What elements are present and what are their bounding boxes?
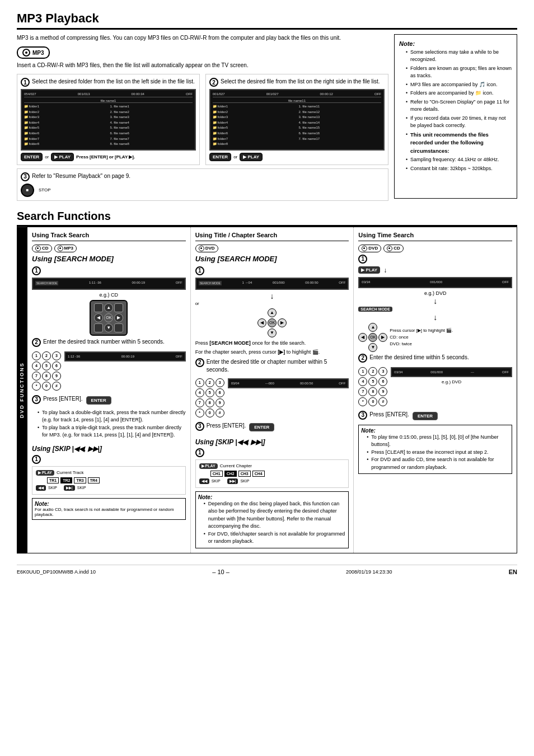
- chapter-skip-note: Note: Depending on the disc being played…: [195, 491, 349, 548]
- stop-btn: ■: [21, 184, 34, 197]
- time-search-col: Using Time Search DVD CD 1: [354, 227, 517, 553]
- nav-control-ch: ▲ ◀ OK ▶ ▼: [195, 308, 349, 337]
- time-search-header: Using Time Search: [358, 232, 512, 241]
- cd-icon: CD: [32, 245, 52, 252]
- mp3-icon: MP3: [54, 245, 77, 252]
- chapter-search-col: Using Title / Chapter Search DVD Using […: [191, 227, 354, 553]
- nav-control-time: ▲ ◀ OK ▶ ▼: [358, 323, 387, 352]
- numpad-chapter: 1 2 3 4 5 6 7 8 9 * 0 #: [195, 378, 224, 417]
- dvd-icon-time: DVD: [358, 245, 381, 252]
- numpad-track: 1 2 3 4 5 6 7 8 9 * 0 #: [32, 351, 61, 391]
- page-footer: E6K0UUD_DP100MW8B A.indd 10 – 10 – 2008/…: [17, 565, 517, 575]
- step1-screen: 054/027 001/013 00:00:34 OFF file name1 …: [21, 89, 196, 151]
- track-skip-title: Using [SKIP |◀◀, ▶▶|]: [32, 445, 186, 453]
- mp3-section: MP3 is a method of compressing files. Yo…: [17, 34, 517, 204]
- chapter-skip-section: Using [SKIP |◀◀, ▶▶|] 1 ▶ PLAY Current C…: [195, 438, 349, 548]
- track-skip-note: Note: For audio CD, track search is not …: [32, 498, 186, 520]
- cd-icon-time: CD: [383, 245, 404, 252]
- time-step1-screen: 03/34 001/000 OFF: [358, 277, 512, 288]
- search-functions: Using Track Search CD MP3 Using [SEARCH …: [27, 227, 517, 553]
- step2-screen: 001/027 001/027 00:00:12 OFF file name11…: [209, 89, 385, 151]
- mp3-step2: 2 Select the desired file from the list …: [205, 74, 388, 165]
- chapter-mode-title: Using [SEARCH MODE]: [195, 255, 349, 263]
- dvd-icon-ch: DVD: [195, 245, 218, 252]
- chapter-step1-screen: SEARCH MODE 1 →04 001/000 00:00:50 OFF: [195, 278, 349, 290]
- track-step1-screen: SEARCH MODE 1:11 -36 00:00:19 OFF: [32, 278, 186, 290]
- search-functions-wrapper: DVD FUNCTIONS Using Track Search CD MP3: [17, 227, 517, 553]
- mp3-steps: MP3 is a method of compressing files. Yo…: [17, 34, 388, 204]
- mp3-steps-row: 1 Select the desired folder from the lis…: [17, 74, 388, 165]
- insert-text: Insert a CD-RW/-R with MP3 files, then t…: [17, 62, 388, 68]
- numpad-time: 1 2 3 4 5 6 7 8 9 * 0 #: [358, 367, 387, 406]
- chapter-skip-diagram: ▶ PLAY Current Chapter CH1 CH2 CH3 CH4 ◀…: [195, 459, 349, 488]
- mp3-badge: MP3: [17, 46, 50, 59]
- note-box: Note: Some selections may take a while t…: [394, 34, 517, 199]
- enter-label: ENTER: [21, 153, 43, 161]
- chapter-skip-title: Using [SKIP |◀◀, ▶▶|]: [195, 438, 349, 446]
- step2-screen-track: 1:12 -36 00:00:19 OFF: [64, 351, 186, 361]
- enter-btn2: ENTER: [209, 153, 231, 161]
- mp3-step1: 1 Select the desired folder from the lis…: [17, 74, 200, 165]
- time-note: Note: To play time 0:15:00, press [1], […: [358, 425, 512, 475]
- enter-btn-time: ENTER: [413, 412, 438, 420]
- footer-date: 2008/01/19 14:23:30: [346, 569, 392, 575]
- section2-title: Search Functions: [17, 210, 517, 227]
- mp3-step3: 3 Refer to "Resume Playback" on page 9. …: [17, 168, 388, 201]
- enter-btn-track: ENTER: [86, 396, 111, 405]
- enter-btn-ch: ENTER: [249, 423, 274, 431]
- chapter-media-icons: DVD: [195, 245, 349, 252]
- time-step1-eg: e.g.) DVD: [358, 290, 512, 296]
- track-mode-title: Using [SEARCH MODE]: [32, 255, 186, 263]
- footer-page-num: – 10 –: [212, 569, 229, 575]
- step2-screen-ch: 03/04 ---000 00:00:50 OFF: [228, 378, 349, 388]
- track-skip-section: Using [SKIP |◀◀, ▶▶|] 1 ▶ PLAY Current T…: [32, 445, 186, 520]
- page-title: MP3 Playback: [17, 11, 517, 30]
- step2-screen-time: 03/34 001/000 --- OFF: [391, 367, 512, 377]
- dvd-functions-label: DVD FUNCTIONS: [17, 227, 27, 553]
- page-container: MP3 Playback MP3 is a method of compress…: [17, 11, 517, 575]
- footer-lang: EN: [509, 569, 517, 575]
- play-btn2: ▶ PLAY: [240, 153, 263, 161]
- play-btn-time: ▶ PLAY: [358, 266, 380, 274]
- track-bullets: To play back a double-digit track, press…: [32, 409, 186, 439]
- track-step1-eg: e.g.) CD: [32, 292, 186, 298]
- remote-mockup: ▲ ◀ OK ▶ ▼: [32, 300, 186, 336]
- mp3-intro: MP3 is a method of compressing files. Yo…: [17, 34, 388, 42]
- time-step2-eg: e.g.) DVD: [391, 379, 512, 384]
- track-media-icons: CD MP3: [32, 245, 186, 252]
- press-search: Press [SEARCH MODE] once for the title s…: [195, 340, 349, 347]
- time-media-icons: DVD CD: [358, 245, 512, 252]
- note-list: Some selections may take a while to be r…: [399, 49, 512, 173]
- track-skip-diagram: ▶ PLAY Current Track TR1 TR2 TR3 TR4 ◀◀ …: [32, 466, 186, 495]
- footer-file: E6K0UUD_DP100MW8B A.indd 10: [17, 569, 96, 575]
- press-cursor-ch: For the chapter search, press cursor [▶]…: [195, 349, 349, 356]
- chapter-search-header: Using Title / Chapter Search: [195, 232, 349, 241]
- play-label: ▶ PLAY: [51, 153, 74, 161]
- search-mode-btn-time: SEARCH MODE: [358, 307, 392, 312]
- disc-icon: [22, 49, 30, 57]
- track-search-col: Using Track Search CD MP3 Using [SEARCH …: [27, 227, 191, 553]
- track-search-header: Using Track Search: [32, 232, 186, 241]
